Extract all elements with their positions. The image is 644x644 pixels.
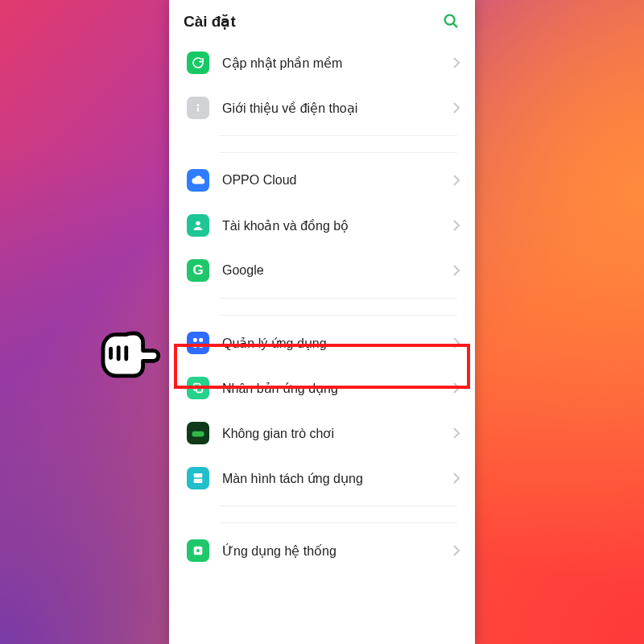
chevron-right-icon bbox=[452, 472, 460, 485]
svg-rect-12 bbox=[194, 479, 203, 483]
row-accounts-sync[interactable]: Tài khoản và đồng bộ bbox=[169, 203, 475, 248]
chevron-right-icon bbox=[452, 544, 460, 557]
header-bar: Cài đặt bbox=[169, 0, 475, 40]
google-icon: G bbox=[187, 259, 209, 282]
gamepad-icon bbox=[187, 422, 209, 444]
cloud-icon bbox=[187, 169, 209, 192]
search-button[interactable] bbox=[441, 11, 460, 31]
svg-rect-7 bbox=[193, 344, 197, 348]
account-icon bbox=[187, 214, 209, 237]
row-about-phone[interactable]: Giới thiệu về điện thoại bbox=[169, 85, 475, 130]
settings-list: Cập nhật phần mềm Giới thiệu về điện tho… bbox=[169, 40, 475, 644]
split-screen-icon bbox=[187, 467, 209, 489]
apps-icon bbox=[187, 332, 209, 354]
svg-rect-5 bbox=[193, 338, 197, 342]
chevron-right-icon bbox=[452, 101, 460, 114]
row-app-management[interactable]: Quản lý ứng dụng bbox=[169, 320, 475, 365]
info-icon bbox=[187, 97, 209, 119]
search-icon bbox=[442, 12, 460, 30]
chevron-right-icon bbox=[452, 174, 460, 187]
row-label: Nhân bản ứng dụng bbox=[222, 381, 440, 396]
row-label: Màn hình tách ứng dụng bbox=[222, 471, 440, 486]
row-software-update[interactable]: Cập nhật phần mềm bbox=[169, 40, 475, 85]
row-system-apps[interactable]: Ứng dụng hệ thống bbox=[169, 528, 475, 573]
svg-line-1 bbox=[453, 23, 456, 27]
chevron-right-icon bbox=[452, 56, 460, 69]
row-label: OPPO Cloud bbox=[222, 173, 440, 188]
row-game-space[interactable]: Không gian trò chơi bbox=[169, 411, 475, 456]
svg-point-14 bbox=[196, 549, 200, 552]
svg-rect-6 bbox=[199, 338, 203, 342]
row-label: Tài khoản và đồng bộ bbox=[222, 218, 440, 233]
svg-point-2 bbox=[197, 104, 200, 106]
svg-rect-10 bbox=[196, 386, 202, 392]
row-label: Google bbox=[222, 263, 440, 278]
row-label: Quản lý ứng dụng bbox=[222, 336, 440, 351]
row-label: Ứng dụng hệ thống bbox=[222, 543, 440, 559]
row-app-clone[interactable]: Nhân bản ứng dụng bbox=[169, 365, 475, 411]
clone-icon bbox=[187, 377, 209, 399]
update-icon bbox=[187, 52, 209, 74]
svg-rect-11 bbox=[194, 473, 203, 477]
page-title: Cài đặt bbox=[184, 12, 236, 31]
svg-point-4 bbox=[196, 221, 200, 225]
chevron-right-icon bbox=[452, 264, 460, 277]
row-oppo-cloud[interactable]: OPPO Cloud bbox=[169, 158, 475, 203]
settings-screen: Cài đặt Cập nhật phần mềm Giới thiệu về … bbox=[169, 0, 475, 644]
row-label: Giới thiệu về điện thoại bbox=[222, 101, 440, 116]
row-label: Không gian trò chơi bbox=[222, 426, 440, 441]
chevron-right-icon bbox=[452, 382, 460, 394]
system-apps-icon bbox=[187, 539, 209, 562]
chevron-right-icon bbox=[452, 336, 460, 349]
chevron-right-icon bbox=[452, 427, 460, 440]
svg-rect-3 bbox=[197, 107, 199, 111]
svg-rect-8 bbox=[199, 344, 203, 348]
row-split-screen[interactable]: Màn hình tách ứng dụng bbox=[169, 456, 475, 501]
row-label: Cập nhật phần mềm bbox=[222, 56, 440, 71]
row-google[interactable]: G Google bbox=[169, 248, 475, 293]
chevron-right-icon bbox=[452, 219, 460, 232]
